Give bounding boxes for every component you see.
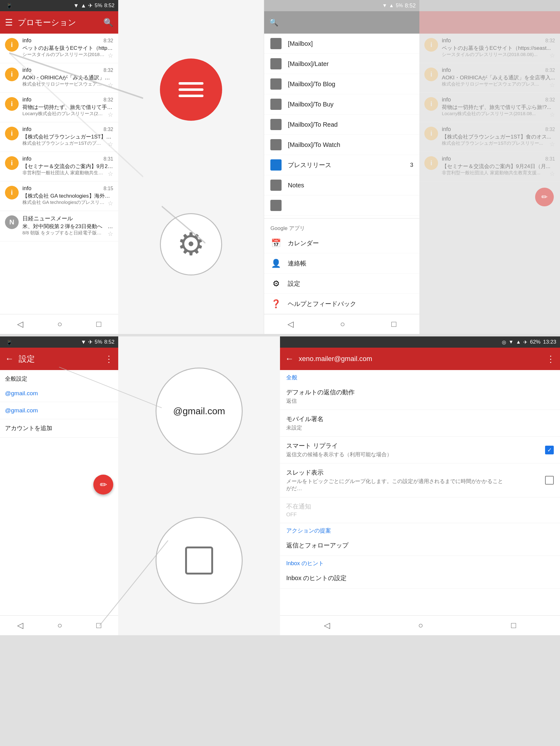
ghost-fab: ✏ (535, 188, 554, 206)
email-list-item[interactable]: i info 8:32 【株式会社ブラウンシュガー1ST】食のオス... 株式会… (0, 122, 118, 152)
drawer-time: 8:52 (405, 2, 416, 9)
bottom-nav-top-left: ◁ ○ □ (0, 314, 118, 334)
home-nav[interactable]: ○ (57, 319, 62, 329)
drawer-item[interactable]: Notes (264, 175, 419, 196)
ghost-avatar: i (424, 38, 438, 52)
email-subject: ペットのお墓を扱うECサイト（https://seast... (22, 45, 113, 52)
star-icon[interactable]: ☆ (108, 52, 113, 59)
settings-back-button[interactable]: ← (5, 354, 14, 364)
drawer-item[interactable]: [Mailbox]/To Buy (264, 94, 419, 115)
drawer-empty-item[interactable] (264, 196, 419, 216)
drawer-recents-nav[interactable]: □ (391, 319, 396, 329)
email-subject: 荷物は一切持たず、旅先で借りて手ぶら旅!?... (22, 104, 113, 111)
drawer-item[interactable]: プレスリリース 3 (264, 155, 419, 175)
bottom-center-annotations: @gmail.com (118, 337, 280, 635)
settings-recents-nav[interactable]: □ (96, 621, 101, 630)
settings-more-button[interactable]: ⋮ (105, 354, 113, 364)
drawer-back-nav[interactable]: ◁ (288, 319, 294, 329)
email-header: info 8:31 (22, 155, 113, 162)
email-preview: シースタイルのプレスリリース(2018.08.08)... ☆ (22, 52, 113, 59)
email-list-item[interactable]: i info 8:32 AOKI・ORIHICAが「みえる通訳」を全店導入...… (0, 63, 118, 93)
email-header: info 8:32 (22, 96, 113, 103)
google-app-item[interactable]: 📅 カレンダー (264, 233, 419, 253)
time-top-left: 8:52 (104, 2, 115, 9)
settings-back-nav[interactable]: ◁ (17, 621, 23, 630)
email-preview: 株式会社ブラウンシュガー1STのプレスリリー... ☆ (22, 140, 113, 148)
account-back-button[interactable]: ← (285, 354, 294, 364)
account-email-title: xeno.mailer@gmail.com (299, 355, 541, 363)
star-icon[interactable]: ☆ (108, 140, 113, 148)
drawer-item[interactable]: [Mailbox]/Later (264, 54, 419, 74)
account-status-bar: ◎ ▼ ▲ ✈ 62% 13:23 (280, 337, 560, 348)
drawer-home-nav[interactable]: ○ (340, 319, 345, 329)
email-list-item[interactable]: i info 8:15 【株式会社 GA technologies】海外向け日本… (0, 181, 118, 211)
ghost-avatar: i (424, 127, 438, 140)
out-of-office-item[interactable]: 不在通知 OFF (280, 497, 560, 523)
ghost-content: info 8:32 AOKI・ORIHICAが「みえる通訳」を全店導入... 株… (442, 67, 555, 89)
ghost-panel: i info 8:32 ペットのお墓を扱うECサイト（https://seast… (419, 0, 560, 334)
google-app-icon: 📅 (270, 237, 282, 249)
search-button[interactable]: 🔍 (103, 18, 113, 27)
smart-reply-checkbox[interactable]: ✓ (545, 446, 554, 454)
account-back-nav[interactable]: ◁ (324, 621, 330, 630)
star-icon[interactable]: ☆ (108, 170, 113, 177)
reply-followup-item[interactable]: 返信とフォローアップ (280, 536, 560, 556)
email-subject: AOKI・ORIHICAが「みえる通訳」を全店導入... (22, 74, 113, 81)
star-icon[interactable]: ☆ (108, 230, 113, 237)
email-preview: Locarry株式会社のプレスリリース(2018.08... ☆ (22, 111, 113, 118)
email-list-item[interactable]: i info 8:31 【セミナー＆交流会のご案内】9月24日（月... 非営利… (0, 152, 118, 181)
top-right-area: ▼ ▲ 5% 8:52 🔍 [Mailbox] [Mailbox]/Later … (264, 0, 560, 334)
gear-magnified: ⚙ (160, 213, 222, 276)
email-preview: 株式会社テリロジーサービスウェアのプレス... ☆ (22, 81, 113, 89)
hamburger-button[interactable]: ☰ (5, 18, 13, 28)
drawer-item[interactable]: [Mailbox]/To Blog (264, 74, 419, 94)
drawer-icon (270, 200, 282, 211)
gmail-account-2[interactable]: @gmail.com (0, 402, 118, 419)
settings-home-nav[interactable]: ○ (57, 621, 62, 630)
default-reply-item[interactable]: デフォルトの返信の動作 返信 (280, 383, 560, 410)
account-home-nav[interactable]: ○ (418, 621, 423, 630)
account-signal: ▲ (516, 339, 521, 345)
edit-icon: ✏ (100, 480, 107, 490)
email-panel: 📱 ▼ ▲ ✈ 5% 8:52 ☰ プロモーション 🔍 i info 8:32 (0, 0, 118, 334)
email-avatar: i (5, 127, 19, 140)
recents-nav[interactable]: □ (96, 319, 101, 329)
add-account-item[interactable]: アカウントを追加 (0, 419, 118, 437)
email-content: 日経ニュースメール 米、対中関税第２弾を23日発動へ 化学品 8/8 朝版 をタ… (22, 215, 113, 237)
google-app-icon: 👤 (270, 258, 282, 269)
drawer-item[interactable]: [Mailbox]/To Read (264, 115, 419, 135)
star-icon[interactable]: ☆ (108, 81, 113, 89)
ghost-emails: i info 8:32 ペットのお墓を扱うECサイト（https://seast… (419, 34, 560, 181)
compose-fab[interactable]: ✏ (93, 475, 113, 494)
account-recents-nav[interactable]: □ (511, 621, 516, 630)
account-more-button[interactable]: ⋮ (546, 354, 555, 364)
email-avatar: i (5, 156, 19, 170)
status-bar-top-left: 📱 ▼ ▲ ✈ 5% 8:52 (0, 0, 118, 11)
email-content: info 8:31 【セミナー＆交流会のご案内】9月24日（月... 非営利型一… (22, 155, 113, 177)
ghost-email-item: i info 8:32 ペットのお墓を扱うECサイト（https://seast… (419, 34, 560, 63)
email-list-item[interactable]: i info 8:32 ペットのお墓を扱うECサイト（https://seast… (0, 34, 118, 63)
drawer-item[interactable]: [Mailbox]/To Watch (264, 135, 419, 155)
email-list-item[interactable]: i info 8:32 荷物は一切持たず、旅先で借りて手ぶら旅!?... Loc… (0, 93, 118, 122)
email-list-item[interactable]: N 日経ニュースメール 米、対中関税第２弾を23日発動へ 化学品 8/8 朝版 … (0, 211, 118, 241)
gmail-account-1[interactable]: @gmail.com (0, 385, 118, 402)
google-app-item[interactable]: 👤 連絡帳 (264, 253, 419, 274)
google-app-item[interactable]: ❓ ヘルプとフィードバック (264, 294, 419, 314)
back-nav[interactable]: ◁ (17, 319, 23, 329)
ghost-content: info 8:32 【株式会社ブラウンシュガー1ST】食のオス... 株式会社ブ… (442, 126, 555, 148)
mobile-signature-item[interactable]: モバイル署名 未設定 (280, 410, 560, 437)
drawer-item-label: Notes (288, 182, 413, 189)
ghost-content: info 8:32 荷物は一切持たず、旅先で借りて手ぶら旅!?... Locar… (442, 96, 555, 118)
star-icon[interactable]: ☆ (108, 200, 113, 207)
smart-reply-item[interactable]: スマート リプライ 返信文の候補を表示する（利用可能な場合） ✓ (280, 437, 560, 463)
thread-view-checkbox[interactable] (545, 476, 554, 485)
thread-view-item[interactable]: スレッド表示 メールをトピックごとにグループ化します。この設定が適用されるまでに… (280, 463, 560, 497)
drawer-search-icon[interactable]: 🔍 (269, 18, 278, 27)
settings-signal: ✈ (88, 339, 93, 345)
star-icon[interactable]: ☆ (108, 111, 113, 118)
drawer-item[interactable]: [Mailbox] (264, 34, 419, 54)
inbox-hints-item[interactable]: Inbox のヒントの設定 (280, 569, 560, 589)
email-sender: info (22, 37, 31, 44)
google-app-item[interactable]: ⚙ 設定 (264, 274, 419, 294)
email-content: info 8:32 【株式会社ブラウンシュガー1ST】食のオス... 株式会社ブ… (22, 126, 113, 148)
